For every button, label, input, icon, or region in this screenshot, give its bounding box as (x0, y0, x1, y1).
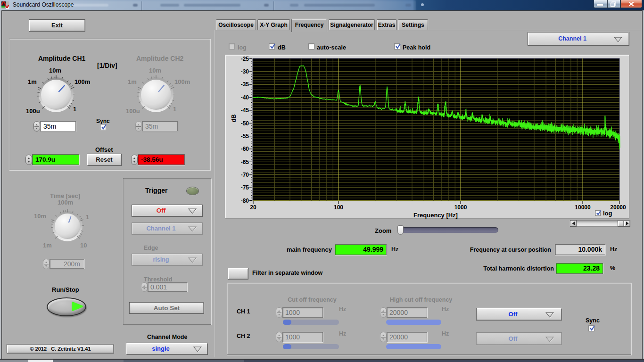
svg-text:-30: -30 (241, 68, 249, 75)
svg-text:100: 100 (334, 204, 343, 211)
svg-text:-35: -35 (241, 81, 249, 88)
svg-text:-40: -40 (241, 94, 249, 101)
svg-text:-65: -65 (241, 159, 249, 165)
svg-text:10000: 10000 (575, 204, 591, 211)
svg-text:dB: dB (230, 114, 237, 122)
svg-text:-55: -55 (241, 133, 249, 140)
svg-text:-25: -25 (241, 56, 249, 62)
svg-text:1000: 1000 (454, 204, 467, 211)
svg-text:Frequency [Hz]: Frequency [Hz] (413, 212, 458, 219)
svg-text:-80: -80 (241, 197, 249, 204)
svg-text:20000: 20000 (610, 204, 626, 211)
svg-text:-45: -45 (241, 107, 249, 114)
svg-text:-70: -70 (241, 172, 249, 178)
svg-text:-75: -75 (241, 184, 249, 191)
svg-text:20: 20 (250, 204, 256, 211)
svg-text:-60: -60 (241, 146, 249, 152)
svg-text:-50: -50 (241, 120, 249, 127)
